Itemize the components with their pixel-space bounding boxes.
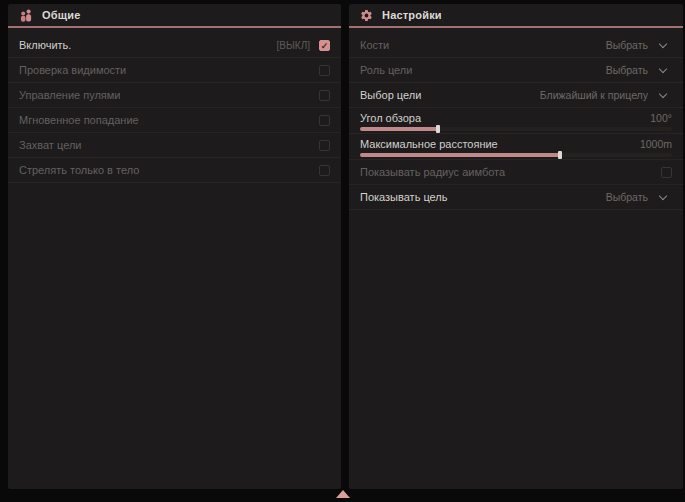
chevron-down-icon (659, 66, 667, 74)
row-target-lock: Захват цели (8, 133, 341, 158)
dropdown-value: Выбрать (606, 191, 648, 203)
row-target-role: Роль цели Выбрать (349, 58, 683, 83)
row-label: Максимальное расстояние (360, 138, 498, 150)
panel-settings: Настройки Кости Выбрать Роль цели Выбрат… (349, 4, 683, 489)
chevron-down-icon (659, 193, 667, 201)
row-max-distance: Максимальное расстояние 1000m (349, 134, 683, 160)
row-body-only: Стрелять только в тело (8, 158, 341, 183)
row-fov: Угол обзора 100° (349, 108, 683, 134)
panel-title: Настройки (382, 9, 442, 21)
slider-value: 1000m (640, 138, 672, 150)
row-show-aimbot-radius: Показывать радиус аимбота (349, 160, 683, 185)
max-distance-slider[interactable] (360, 153, 672, 157)
dropdown-value: Выбрать (606, 39, 648, 51)
row-instant-hit: Мгновенное попадание (8, 108, 341, 133)
row-label: Включить. (19, 39, 71, 51)
target-lock-checkbox[interactable] (319, 140, 330, 151)
target-selection-dropdown[interactable]: Ближайший к прицелу (540, 89, 672, 101)
panel-title: Общие (42, 9, 81, 21)
panel-general: Общие Включить. [ВЫКЛ] ✓ Проверка видимо… (8, 4, 341, 489)
row-label: Проверка видимости (19, 64, 126, 76)
row-target-selection: Выбор цели Ближайший к прицелу (349, 83, 683, 108)
instant-hit-checkbox[interactable] (319, 115, 330, 126)
show-aimbot-radius-checkbox[interactable] (661, 167, 672, 178)
row-label: Роль цели (360, 64, 412, 76)
slider-handle[interactable] (436, 125, 440, 133)
row-label: Выбор цели (360, 89, 421, 101)
row-label: Управление пулями (19, 89, 121, 101)
panel-general-body: Включить. [ВЫКЛ] ✓ Проверка видимости Уп… (8, 28, 341, 183)
slider-value: 100° (650, 112, 672, 124)
row-label: Показывать цель (360, 191, 448, 203)
hotkey-state-badge: [ВЫКЛ] (277, 40, 310, 51)
row-label: Мгновенное попадание (19, 114, 139, 126)
scroll-up-indicator-icon[interactable] (336, 490, 350, 498)
row-visibility-check: Проверка видимости (8, 58, 341, 83)
body-only-checkbox[interactable] (319, 165, 330, 176)
chevron-down-icon (659, 41, 667, 49)
row-show-target: Показывать цель Выбрать (349, 185, 683, 210)
target-role-dropdown[interactable]: Выбрать (606, 64, 672, 76)
row-bones: Кости Выбрать (349, 33, 683, 58)
gear-icon (360, 9, 373, 22)
users-icon (19, 9, 33, 22)
row-label: Показывать радиус аимбота (360, 166, 505, 178)
panel-general-header: Общие (8, 4, 341, 26)
row-enable: Включить. [ВЫКЛ] ✓ (8, 33, 341, 58)
row-label: Стрелять только в тело (19, 164, 139, 176)
dropdown-value: Ближайший к прицелу (540, 89, 648, 101)
bullet-control-checkbox[interactable] (319, 90, 330, 101)
row-label: Кости (360, 39, 389, 51)
slider-handle[interactable] (558, 151, 562, 159)
bones-dropdown[interactable]: Выбрать (606, 39, 672, 51)
panel-settings-body: Кости Выбрать Роль цели Выбрать Выбор це… (349, 28, 683, 210)
visibility-check-checkbox[interactable] (319, 65, 330, 76)
fov-slider[interactable] (360, 127, 672, 131)
row-label: Угол обзора (360, 112, 421, 124)
show-target-dropdown[interactable]: Выбрать (606, 191, 672, 203)
row-bullet-control: Управление пулями (8, 83, 341, 108)
panel-settings-header: Настройки (349, 4, 683, 26)
enable-checkbox[interactable]: ✓ (319, 40, 330, 51)
chevron-down-icon (659, 91, 667, 99)
dropdown-value: Выбрать (606, 64, 648, 76)
row-label: Захват цели (19, 139, 81, 151)
